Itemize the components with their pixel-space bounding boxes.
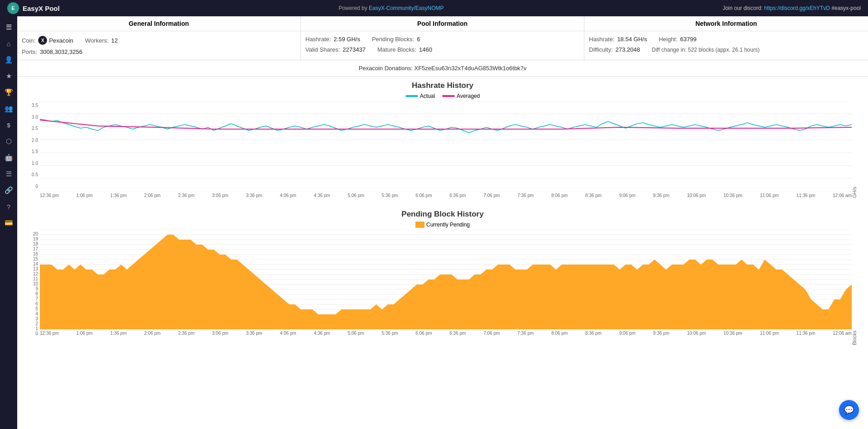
pending-svg <box>40 230 852 329</box>
topbar: E EasyX Pool Powered by EasyX-Community/… <box>0 0 868 16</box>
chat-icon: 💬 <box>844 405 854 415</box>
logo-icon: E <box>7 2 19 14</box>
ports-row: Ports: 3008,3032,3256 <box>17 47 300 57</box>
coin-name: Pexacoin <box>49 37 73 44</box>
sidebar-item-user-add[interactable]: 👤 <box>1 53 16 67</box>
hashrate-y-axis: 3.5 3.0 2.5 2.0 1.5 1.0 0.5 0 <box>26 101 40 198</box>
network-hashrate-value: 18.54 GH/s <box>617 36 647 43</box>
hashrate-legend: Actual Averaged <box>26 93 859 99</box>
difficulty-label: Difficulty: <box>589 46 613 53</box>
valid-shares-value: 2273437 <box>342 46 366 53</box>
actual-line <box>40 119 852 133</box>
general-info-col: General Information Coin: X Pexacoin Wor… <box>17 16 301 60</box>
sidebar-item-box[interactable]: ⬡ <box>1 134 16 149</box>
workers-value: 12 <box>111 37 118 44</box>
chat-button[interactable]: 💬 <box>839 400 859 420</box>
pending-chart-title: Pending Block History <box>26 210 859 219</box>
network-hashrate-label: Hashrate: <box>589 36 614 43</box>
sidebar-item-card[interactable]: 💳 <box>1 216 16 230</box>
difficulty-row: Difficulty: 273.2048 Diff change in: 522… <box>584 44 868 55</box>
coin-row: Coin: X Pexacoin Workers: 12 <box>17 34 300 47</box>
coin-label: Coin: <box>22 37 35 44</box>
info-section: General Information Coin: X Pexacoin Wor… <box>17 16 868 60</box>
legend-actual-label: Actual <box>420 93 435 99</box>
hashrate-y-label: GH/s <box>852 101 859 198</box>
sidebar-item-robot[interactable]: 🤖 <box>1 150 16 165</box>
pending-blocks-label: Pending Blocks: <box>372 36 414 43</box>
actual-swatch <box>405 95 418 97</box>
sidebar-item-trophy[interactable]: 🏆 <box>1 85 16 100</box>
sidebar-item-link[interactable]: 🔗 <box>1 183 16 198</box>
valid-shares-label: Valid Shares: <box>305 46 340 53</box>
sidebar-item-list[interactable]: ☰ <box>1 167 16 181</box>
sidebar: ☰ ⌂ 👤 ★ 🏆 👥 $ ⬡ 🤖 ☰ 🔗 ? 💳 <box>0 16 17 429</box>
pending-chart-section: Pending Block History Currently Pending … <box>17 202 868 350</box>
general-info-header: General Information <box>17 16 300 31</box>
mature-blocks-label: Mature Blocks: <box>377 46 416 53</box>
legend-pending-label: Currently Pending <box>426 222 470 228</box>
pending-swatch <box>415 222 424 228</box>
main-content: General Information Coin: X Pexacoin Wor… <box>17 16 868 429</box>
topbar-center: Powered by EasyX-Community/EasyNOMP <box>338 5 444 11</box>
pool-info-header: Pool Information <box>301 16 584 31</box>
sidebar-item-dollar[interactable]: $ <box>1 118 16 132</box>
pending-x-labels: 12:36 pm 1:06 pm 1:36 pm 2:06 pm 2:36 pm… <box>40 329 852 336</box>
pending-area <box>40 235 852 329</box>
pool-info-rows: Hashrate: 2.59 GH/s Pending Blocks: 6 Va… <box>301 31 584 58</box>
discord-tag: #easyx-pool <box>831 5 861 11</box>
pending-y-label: Blocks <box>852 230 859 345</box>
pending-y-axis: 20 19 18 17 16 15 14 13 12 11 10 9 8 7 6… <box>26 230 40 345</box>
topbar-right: Join our discord: https://discord.gg/xEh… <box>723 5 861 11</box>
network-info-rows: Hashrate: 18.54 GH/s Height: 63799 Diffi… <box>584 31 868 58</box>
general-info-rows: Coin: X Pexacoin Workers: 12 Ports: 3008… <box>17 31 300 60</box>
coin-icon: X <box>38 36 47 45</box>
height-label: Height: <box>659 36 677 43</box>
workers-label: Workers: <box>85 37 109 44</box>
logo-text: EasyX Pool <box>23 5 60 12</box>
pending-legend: Currently Pending <box>26 222 859 228</box>
sidebar-item-menu[interactable]: ☰ <box>1 20 16 34</box>
hashrate-x-labels: 12:36 pm 1:06 pm 1:36 pm 2:06 pm 2:36 pm… <box>40 192 852 198</box>
donation-text: Pexacoin Donations: XF5zeEsu63n32xT4duAG… <box>359 65 527 72</box>
pending-chart-area <box>40 230 852 329</box>
pending-blocks-value: 6 <box>417 36 420 43</box>
discord-link[interactable]: https://discord.gg/xEhYTvD <box>764 5 830 11</box>
pool-info-col: Pool Information Hashrate: 2.59 GH/s Pen… <box>301 16 584 60</box>
legend-averaged-label: Averaged <box>457 93 480 99</box>
sidebar-item-help[interactable]: ? <box>1 199 16 214</box>
legend-actual: Actual <box>405 93 435 99</box>
powered-by-text: Powered by <box>338 5 367 11</box>
difficulty-value: 273.2048 <box>616 46 640 53</box>
mature-blocks-value: 1460 <box>419 46 432 53</box>
pool-hashrate-row: Hashrate: 2.59 GH/s Pending Blocks: 6 <box>301 34 584 44</box>
averaged-swatch <box>442 95 455 97</box>
powered-by-link[interactable]: EasyX-Community/EasyNOMP <box>369 5 444 11</box>
donation-bar: Pexacoin Donations: XF5zeEsu63n32xT4duAG… <box>17 60 868 77</box>
sidebar-item-home[interactable]: ⌂ <box>1 36 16 51</box>
pool-hashrate-value: 2.59 GH/s <box>333 36 360 43</box>
diff-change-label: Diff change in: 522 blocks (appx. 26.1 h… <box>652 47 760 53</box>
legend-averaged: Averaged <box>442 93 480 99</box>
hashrate-chart-area <box>40 101 852 192</box>
hashrate-svg <box>40 101 852 192</box>
network-hashrate-row: Hashrate: 18.54 GH/s Height: 63799 <box>584 34 868 44</box>
height-value: 63799 <box>680 36 696 43</box>
sidebar-item-star[interactable]: ★ <box>1 69 16 83</box>
hashrate-chart-title: Hashrate History <box>26 81 859 90</box>
legend-pending: Currently Pending <box>415 222 470 228</box>
network-info-header: Network Information <box>584 16 868 31</box>
network-info-col: Network Information Hashrate: 18.54 GH/s… <box>584 16 868 60</box>
valid-shares-row: Valid Shares: 2273437 Mature Blocks: 146… <box>301 44 584 55</box>
averaged-line <box>40 120 852 129</box>
pool-hashrate-label: Hashrate: <box>305 36 331 43</box>
discord-text: Join our discord: <box>723 5 762 11</box>
sidebar-item-users[interactable]: 👥 <box>1 101 16 116</box>
logo: E EasyX Pool <box>7 2 60 14</box>
ports-value: 3008,3032,3256 <box>40 48 82 55</box>
coin-badge: X Pexacoin <box>38 36 73 45</box>
hashrate-chart-section: Hashrate History Actual Averaged 3.5 3.0… <box>17 77 868 202</box>
ports-label: Ports: <box>22 48 37 55</box>
